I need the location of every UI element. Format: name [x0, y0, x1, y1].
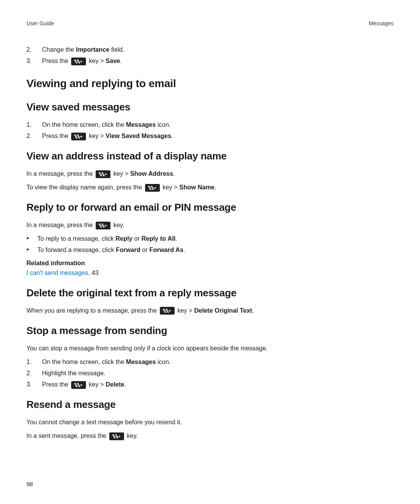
blackberry-menu-key-icon: [145, 184, 160, 192]
svg-point-58: [115, 434, 117, 436]
svg-point-35: [100, 225, 102, 226]
svg-point-19: [100, 173, 102, 175]
svg-point-60: [116, 436, 117, 437]
svg-point-53: [80, 384, 82, 385]
svg-point-63: [116, 437, 118, 438]
list-item: 2. Change the Importance field.: [26, 45, 394, 54]
body-text: You cannot change a text message before …: [26, 418, 394, 427]
subsection-heading: Delete the original text from a reply me…: [26, 286, 394, 301]
svg-point-10: [77, 135, 79, 136]
svg-point-14: [75, 137, 77, 138]
blackberry-menu-key-icon: [160, 307, 175, 315]
body-text: In a message, press the key.: [26, 220, 394, 229]
svg-point-9: [74, 135, 76, 136]
svg-point-30: [149, 189, 151, 190]
svg-point-38: [100, 226, 102, 228]
svg-point-42: [165, 309, 167, 310]
svg-point-18: [102, 172, 103, 173]
svg-point-55: [78, 386, 80, 387]
list-item: 1. On the home screen, click the Message…: [26, 357, 394, 366]
svg-point-22: [100, 175, 102, 176]
list-item: 2. Press the key > View Saved Messages.: [26, 131, 394, 140]
step-number: 2.: [26, 131, 42, 140]
svg-point-7: [78, 62, 80, 63]
body-text: You can stop a message from sending only…: [26, 344, 394, 353]
related-link[interactable]: I can't send messages,: [26, 270, 90, 276]
list-item: 3. Press the key > Delete.: [26, 380, 394, 389]
subsection-heading: View an address instead of a display nam…: [26, 149, 394, 164]
blackberry-menu-key-icon: [71, 58, 86, 65]
svg-point-20: [102, 173, 104, 175]
svg-point-51: [75, 384, 77, 385]
svg-point-39: [103, 226, 105, 228]
svg-point-23: [103, 175, 105, 176]
step-text: Press the key > Delete.: [42, 380, 126, 389]
step-text: On the home screen, click the Messages i…: [42, 357, 171, 366]
svg-point-33: [99, 224, 101, 225]
step-text: Highlight the message.: [42, 369, 105, 378]
step-number: 2.: [26, 369, 42, 378]
svg-point-49: [74, 383, 76, 384]
svg-point-54: [75, 386, 77, 387]
view-saved-step-list: 1. On the home screen, click the Message…: [26, 120, 394, 140]
list-item: To reply to a message, click Reply or Re…: [26, 234, 394, 243]
body-text: In a sent message, press the key.: [26, 431, 394, 440]
stop-sending-step-list: 1. On the home screen, click the Message…: [26, 357, 394, 389]
svg-point-4: [77, 61, 79, 62]
intro-step-list: 2. Change the Importance field. 3. Press…: [26, 45, 394, 65]
step-text: On the home screen, click the Messages i…: [42, 120, 171, 129]
step-text: Press the key > Save.: [42, 56, 122, 65]
svg-point-43: [163, 310, 165, 312]
svg-point-62: [114, 437, 116, 438]
subsection-heading: Resend a message: [26, 397, 394, 412]
step-text: Change the Importance field.: [42, 45, 124, 54]
svg-point-31: [152, 189, 154, 190]
blackberry-menu-key-icon: [96, 222, 110, 229]
step-number: 1.: [26, 357, 42, 366]
svg-point-17: [99, 172, 101, 173]
svg-point-3: [75, 61, 77, 62]
svg-point-11: [75, 136, 77, 137]
svg-point-36: [102, 225, 104, 226]
bullet-text: To forward a message, click Forward or F…: [37, 245, 185, 254]
header-left: User Guide: [26, 19, 54, 27]
step-text: Press the key > View Saved Messages.: [42, 131, 173, 140]
blackberry-menu-key-icon: [96, 170, 110, 178]
page-header: User Guide Messages: [26, 19, 394, 27]
svg-point-50: [77, 383, 79, 384]
svg-point-15: [78, 137, 80, 138]
header-right: Messages: [369, 19, 394, 27]
body-text: When you are replying to a message, pres…: [26, 306, 394, 315]
related-information: Related information I can't send message…: [26, 259, 394, 277]
reply-forward-bullets: To reply to a message, click Reply or Re…: [26, 234, 394, 254]
subsection-heading: Stop a message from sending: [26, 324, 394, 338]
svg-point-5: [80, 61, 82, 62]
blackberry-menu-key-icon: [71, 133, 86, 140]
svg-point-41: [163, 309, 164, 310]
page-number: 98: [26, 480, 33, 488]
list-item: 3. Press the key > Save.: [26, 56, 394, 65]
list-item: 2. Highlight the message.: [26, 369, 394, 378]
svg-point-29: [154, 187, 156, 188]
svg-point-27: [149, 187, 150, 188]
step-number: 1.: [26, 120, 42, 129]
svg-point-57: [112, 434, 114, 436]
svg-point-45: [169, 310, 171, 312]
svg-point-28: [151, 187, 153, 188]
section-heading: Viewing and replying to email: [26, 76, 394, 92]
svg-point-1: [74, 60, 76, 61]
step-number: 3.: [26, 380, 42, 389]
svg-point-44: [166, 310, 168, 312]
body-text: To view the display name again, press th…: [26, 183, 394, 192]
svg-point-26: [150, 186, 152, 187]
svg-point-34: [102, 224, 103, 225]
blackberry-menu-key-icon: [109, 432, 124, 440]
svg-point-12: [77, 136, 79, 137]
list-item: To forward a message, click Forward or F…: [26, 245, 394, 254]
svg-point-61: [118, 436, 120, 437]
bullet-icon: [26, 234, 37, 243]
related-title: Related information: [26, 259, 394, 268]
subsection-heading: Reply to or forward an email or PIN mess…: [26, 200, 394, 215]
svg-point-46: [164, 312, 166, 313]
list-item: 1. On the home screen, click the Message…: [26, 120, 394, 129]
